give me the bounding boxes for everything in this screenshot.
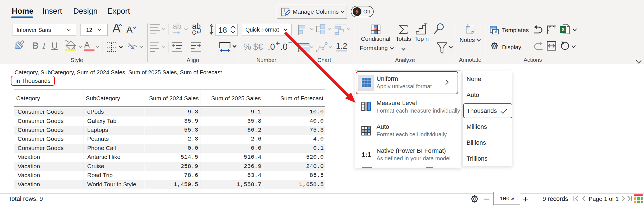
svg-text:X: X <box>561 27 565 32</box>
